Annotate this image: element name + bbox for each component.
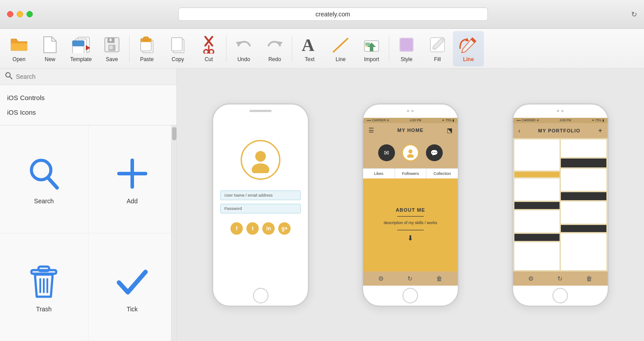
search-input[interactable]: [16, 73, 171, 80]
chat-icon: 💬: [426, 144, 443, 161]
template-icon: [71, 35, 91, 54]
save-button[interactable]: Save: [96, 31, 127, 66]
add-shape-label: Add: [126, 198, 138, 205]
tab-followers[interactable]: Followers: [395, 169, 427, 178]
scroll-thumb[interactable]: [172, 127, 176, 140]
svg-rect-15: [172, 38, 182, 51]
phone-bottom-bar-1: [213, 286, 308, 306]
carrier-text-2: •••• CARRIER ≋: [517, 119, 539, 122]
svg-point-20: [209, 50, 214, 54]
grid-cell-10: [561, 169, 606, 191]
svg-rect-13: [143, 37, 149, 40]
search-shape-icon: [26, 156, 61, 193]
open-button[interactable]: Open: [4, 31, 34, 66]
copy-button[interactable]: Copy: [162, 31, 193, 66]
grid-cell-4: [514, 202, 560, 209]
import-button[interactable]: Import: [356, 31, 387, 66]
username-field[interactable]: User Name / email address: [220, 190, 301, 200]
home-screen: •••• CARRIER ≋ 4:00 PM ✦ 75% ▮ ☰ MY HOME…: [363, 118, 458, 286]
portfolio-refresh-icon[interactable]: ↻: [557, 275, 563, 282]
fill-icon: [428, 35, 447, 54]
undo-icon: [234, 35, 253, 54]
svg-point-46: [408, 149, 412, 153]
style-label: Style: [401, 56, 413, 62]
portfolio-delete-icon[interactable]: 🗑: [586, 275, 592, 282]
open-label: Open: [12, 56, 25, 62]
phone-bottom-bar-2: [363, 286, 458, 306]
home-icons-row: ✉ 💬: [363, 137, 458, 168]
template-button[interactable]: Template: [65, 31, 96, 66]
phone-home-btn-2[interactable]: [402, 288, 418, 303]
phone-top-bar-3: [513, 105, 608, 118]
portfolio-title: MY PORTFOLIO: [520, 128, 598, 133]
portfolio-settings-icon[interactable]: ⚙: [528, 275, 534, 282]
cut-icon: [199, 35, 218, 54]
line-button[interactable]: Line: [325, 31, 356, 66]
cut-label: Cut: [205, 56, 213, 62]
search-shape-label: Search: [34, 198, 54, 205]
avatar-circle: [241, 140, 280, 180]
divider-4: [389, 35, 389, 62]
sidebar-item-ios-icons[interactable]: iOS Icons: [7, 105, 169, 120]
svg-line-36: [48, 178, 57, 188]
grid-cell-14: [561, 233, 606, 270]
maximize-button[interactable]: [27, 11, 33, 17]
divider-1: [129, 35, 130, 62]
paste-button[interactable]: Paste: [131, 31, 162, 66]
password-field[interactable]: Password: [220, 204, 301, 213]
line-active-button[interactable]: Line: [453, 31, 484, 66]
tab-likes[interactable]: Likes: [363, 169, 395, 178]
copy-icon: [168, 35, 188, 54]
shape-search[interactable]: Search: [0, 125, 88, 233]
tab-collection[interactable]: Collection: [426, 169, 458, 178]
undo-label: Undo: [238, 56, 250, 62]
close-button[interactable]: [7, 11, 13, 17]
menu-icon[interactable]: ☰: [368, 127, 374, 134]
canvas-area[interactable]: User Name / email address Password f t i…: [177, 69, 644, 341]
address-bar[interactable]: creately.com: [178, 8, 488, 21]
redo-label: Redo: [268, 56, 281, 62]
phone-top-bar-1: [213, 105, 308, 118]
social-icons-row: f t in g+: [230, 222, 291, 235]
import-label: Import: [364, 56, 379, 62]
portfolio-col-1: [514, 140, 560, 270]
shape-add[interactable]: Add: [88, 125, 177, 233]
shape-trash[interactable]: Trash: [0, 233, 88, 341]
cut-button[interactable]: Cut: [193, 31, 224, 66]
home-footer: ⚙ ↻ 🗑: [363, 271, 458, 286]
redo-button[interactable]: Redo: [259, 31, 290, 66]
tick-shape-label: Tick: [126, 306, 138, 313]
scroll-indicator[interactable]: [171, 125, 176, 341]
svg-rect-9: [110, 39, 111, 41]
minimize-button[interactable]: [17, 11, 23, 17]
phone-home-btn-3[interactable]: [552, 288, 568, 303]
line-label: Line: [336, 56, 346, 62]
external-link-icon[interactable]: ⬔: [447, 127, 452, 134]
settings-icon[interactable]: ⚙: [378, 275, 384, 282]
refresh-icon[interactable]: ↻: [407, 275, 413, 282]
style-button[interactable]: Style: [391, 31, 422, 66]
home-title: MY HOME: [374, 128, 447, 133]
undo-button[interactable]: Undo: [228, 31, 259, 66]
traffic-lights: [7, 11, 33, 17]
new-label: New: [45, 56, 55, 62]
add-portfolio-icon[interactable]: +: [598, 127, 602, 135]
sidebar-categories: iOS Controls iOS Icons: [0, 85, 176, 125]
sidebar: iOS Controls iOS Icons Search: [0, 69, 177, 341]
text-button[interactable]: A Text: [294, 31, 325, 66]
about-divider-2: [397, 230, 424, 230]
home-about: ABOUT ME description of my skills / work…: [363, 178, 458, 271]
sidebar-item-ios-controls[interactable]: iOS Controls: [7, 90, 169, 105]
home-header: ☰ MY HOME ⬔: [363, 123, 458, 137]
portfolio-col-2: [561, 140, 606, 270]
svg-rect-30: [400, 39, 413, 51]
new-button[interactable]: New: [34, 31, 65, 66]
shape-tick[interactable]: Tick: [88, 233, 177, 341]
refresh-button[interactable]: ↻: [631, 10, 637, 19]
phone-home-btn-1[interactable]: [253, 288, 268, 303]
grid-cell-12: [561, 202, 606, 224]
style-icon: [397, 35, 416, 54]
fill-button[interactable]: Fill: [422, 31, 453, 66]
delete-icon[interactable]: 🗑: [436, 275, 442, 282]
save-label: Save: [106, 56, 118, 62]
